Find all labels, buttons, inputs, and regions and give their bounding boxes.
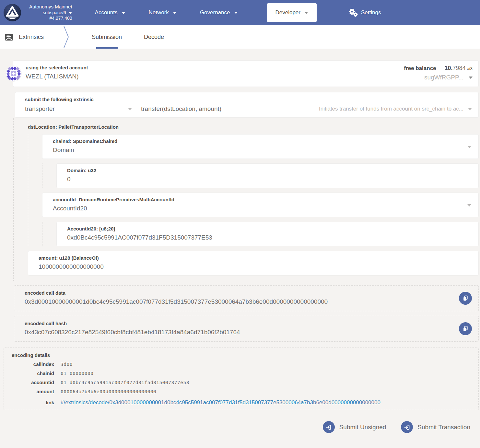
- account-balance-block: free balance 10.7984ai3 sugWfRGPP...: [404, 65, 473, 82]
- account-address-dropdown[interactable]: sugWfRGPP...: [404, 74, 473, 81]
- dstlocation-label: dstLocation: PalletTransporterLocation: [28, 124, 479, 130]
- method-description: Initiates transfer of funds from account…: [319, 106, 463, 112]
- dstlocation-group: chainId: SpDomainsChainId Domain Domain:…: [28, 134, 479, 246]
- sign-in-arrow-icon: [325, 424, 332, 430]
- domain-u32-input[interactable]: Domain: u32 0: [56, 163, 479, 188]
- detail-row-link: link #/extrinsics/decode/0x3d00010000000…: [12, 399, 472, 406]
- detail-row-chainid: chainid 01 00000000: [12, 371, 472, 376]
- copy-icon: [462, 295, 469, 301]
- menu-developer[interactable]: Developer: [267, 3, 317, 22]
- chevron-down-icon: [122, 12, 125, 14]
- encoded-call-hash-box: encoded call hash 0x43c07c608326c217e825…: [14, 316, 479, 342]
- settings-label: Settings: [361, 9, 381, 16]
- sign-in-arrow-icon: [404, 424, 410, 430]
- tab-decode[interactable]: Decode: [144, 25, 164, 49]
- main-content: using the selected account WEZL (TALISMA…: [0, 49, 480, 433]
- account-address: sugWfRGPP...: [424, 74, 463, 81]
- network-title: Autonomys Mainnet: [29, 4, 72, 10]
- chevron-down-icon: [467, 146, 471, 148]
- method-name: transfer(dstLocation, amount): [141, 105, 221, 112]
- tab-bar: Extrinsics Submission Decode: [0, 25, 480, 49]
- chevron-down-icon: [468, 108, 472, 110]
- main-menu: Accounts Network Governance Developer: [95, 3, 381, 22]
- submit-unsigned-button[interactable]: Submit Unsigned: [323, 421, 386, 433]
- chain-selector[interactable]: subspace/6: [43, 10, 72, 16]
- copy-call-data-button[interactable]: [459, 292, 472, 305]
- copy-icon: [462, 325, 469, 332]
- encoded-call-data-box: encoded call data 0x3d00010000000001d0bc…: [14, 285, 479, 311]
- chainid-select[interactable]: chainId: SpDomainsChainId Domain: [42, 134, 479, 159]
- detail-row-callindex: callindex 3d00: [12, 361, 472, 367]
- account-info: using the selected account WEZL (TALISMA…: [26, 65, 88, 82]
- copy-call-hash-button[interactable]: [459, 322, 472, 335]
- encoding-details-box: encoding details callindex 3d00 chainid …: [4, 348, 479, 410]
- chevron-down-icon: [128, 108, 132, 110]
- gear-icon: [348, 8, 358, 17]
- accountid20-input[interactable]: AccountId20: [u8;20] 0xd0Bc4c95c5991AC00…: [56, 222, 479, 246]
- pallet-name: transporter: [25, 105, 55, 112]
- chevron-down-icon: [467, 204, 471, 206]
- block-number: #4,277,400: [50, 16, 72, 21]
- breadcrumb-chevron-icon: [63, 25, 70, 49]
- menu-governance[interactable]: Governance: [200, 9, 238, 16]
- method-select[interactable]: transfer(dstLocation, amount) Initiates …: [141, 105, 472, 112]
- encoded-call-data-label: encoded call data: [25, 290, 456, 296]
- account-name: WEZL (TALISMAN): [26, 73, 88, 80]
- detail-row-accountid: accountid 01 d0bc4c95c5991ac007f077d31f5…: [12, 380, 472, 385]
- extrinsic-params: dstLocation: PalletTransporterLocation c…: [13, 118, 480, 281]
- extrinsics-icon: [5, 33, 13, 41]
- menu-accounts[interactable]: Accounts: [95, 9, 125, 16]
- pallet-select[interactable]: transporter: [25, 105, 132, 112]
- method-description-wrap: Initiates transfer of funds from account…: [319, 106, 472, 112]
- chevron-down-icon: [304, 12, 308, 14]
- account-label: using the selected account: [26, 65, 88, 70]
- chevron-down-icon: [173, 12, 177, 14]
- amount-input[interactable]: amount: u128 (BalanceOf) 100000000000000…: [28, 251, 479, 276]
- extrinsic-selector-card: submit the following extrinsic transport…: [15, 92, 479, 118]
- brand-block: Autonomys Mainnet subspace/6 #4,277,400: [29, 4, 72, 21]
- section-title: Extrinsics: [19, 34, 44, 41]
- encoded-call-hash-value: 0x43c07c608326c217e82549f60cbf8cbf481eb4…: [25, 329, 456, 336]
- chevron-down-icon: [469, 77, 473, 79]
- encoding-details-label: encoding details: [12, 352, 472, 358]
- account-card[interactable]: using the selected account WEZL (TALISMA…: [13, 60, 479, 87]
- menu-settings[interactable]: Settings: [348, 8, 381, 17]
- free-balance-label: free balance: [404, 65, 436, 72]
- free-balance-value: 10.7984ai3: [445, 65, 473, 72]
- menu-network[interactable]: Network: [149, 9, 177, 16]
- encoded-call-hash-label: encoded call hash: [25, 321, 456, 326]
- extrinsic-label: submit the following extrinsic: [25, 97, 472, 102]
- submit-transaction-button[interactable]: Submit Transaction: [401, 421, 470, 433]
- accountid-group: AccountId20: [u8;20] 0xd0Bc4c95c5991AC00…: [42, 222, 479, 246]
- account-identicon: [6, 65, 22, 82]
- encoded-call-data-value: 0x3d00010000000001d0bc4c95c5991ac007f077…: [25, 298, 456, 305]
- chainid-group: Domain: u32 0: [42, 163, 479, 188]
- autonomys-logo-icon[interactable]: [3, 3, 22, 22]
- chevron-down-icon: [68, 12, 72, 14]
- accountid-select[interactable]: accountId: DomainRuntimePrimitivesMultiA…: [42, 193, 479, 217]
- chain-name: subspace/6: [43, 10, 66, 16]
- chevron-down-icon: [234, 12, 238, 14]
- section-header: Extrinsics: [0, 25, 44, 49]
- detail-row-amount: amount 000064a7b3b6e00d0000000000000000: [12, 389, 472, 394]
- decode-link[interactable]: #/extrinsics/decode/0x3d00010000000001d0…: [61, 399, 380, 406]
- submit-actions: Submit Unsigned Submit Transaction: [0, 421, 470, 433]
- tab-submission[interactable]: Submission: [92, 25, 122, 49]
- top-navbar: Autonomys Mainnet subspace/6 #4,277,400 …: [0, 0, 480, 25]
